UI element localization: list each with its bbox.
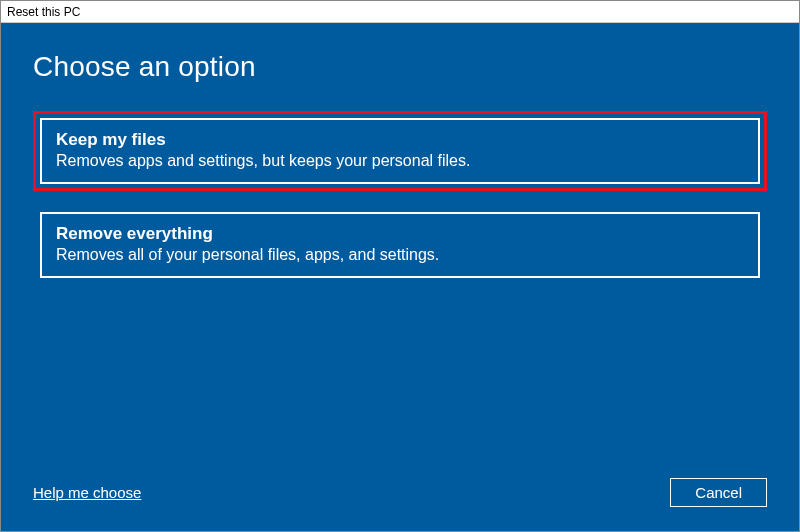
page-heading: Choose an option bbox=[33, 51, 767, 83]
window-titlebar: Reset this PC bbox=[1, 1, 799, 23]
content-area: Choose an option Keep my files Removes a… bbox=[1, 23, 799, 531]
option-title: Remove everything bbox=[56, 224, 744, 244]
option-description: Removes all of your personal files, apps… bbox=[56, 246, 744, 264]
option-keep-files-highlight: Keep my files Removes apps and settings,… bbox=[33, 111, 767, 191]
option-remove-everything[interactable]: Remove everything Removes all of your pe… bbox=[40, 212, 760, 278]
option-keep-files[interactable]: Keep my files Removes apps and settings,… bbox=[40, 118, 760, 184]
option-description: Removes apps and settings, but keeps you… bbox=[56, 152, 744, 170]
help-me-choose-link[interactable]: Help me choose bbox=[33, 484, 141, 501]
reset-pc-window: Reset this PC Choose an option Keep my f… bbox=[0, 0, 800, 532]
option-title: Keep my files bbox=[56, 130, 744, 150]
footer: Help me choose Cancel bbox=[33, 478, 767, 507]
cancel-button[interactable]: Cancel bbox=[670, 478, 767, 507]
options-list: Keep my files Removes apps and settings,… bbox=[33, 111, 767, 285]
option-remove-everything-wrapper: Remove everything Removes all of your pe… bbox=[33, 205, 767, 285]
window-title: Reset this PC bbox=[7, 5, 80, 19]
